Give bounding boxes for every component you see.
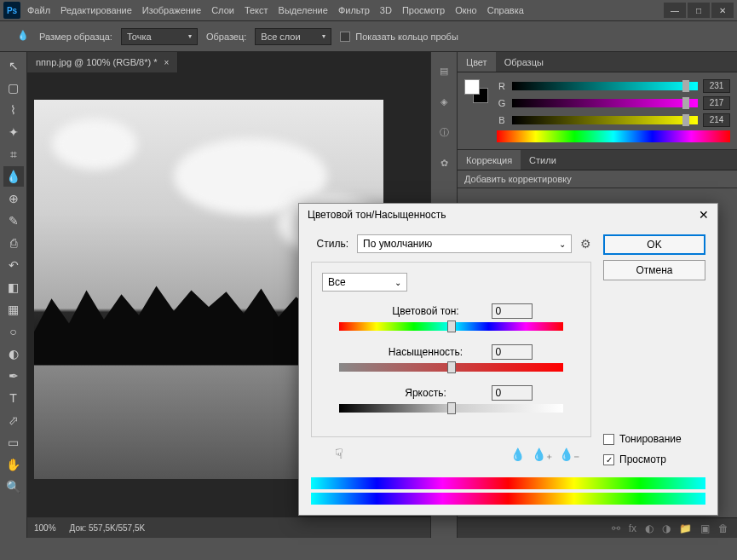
g-value[interactable]: 217 [703, 96, 730, 110]
hue-label: Цветовой тон: [371, 305, 481, 317]
sample-size-select[interactable]: Точка [121, 28, 198, 45]
color-panel: Цвет Образцы R 231 [458, 52, 737, 150]
saturation-value[interactable]: 0 [492, 344, 533, 360]
eyedropper-icon: 💧 [17, 30, 31, 43]
lightness-slider[interactable] [339, 404, 563, 413]
cancel-button[interactable]: Отмена [603, 260, 705, 280]
color-swatches[interactable] [464, 79, 488, 103]
menu-filter[interactable]: Фильтр [338, 5, 370, 15]
fill-adj-icon[interactable]: ◑ [662, 522, 671, 534]
lasso-tool[interactable]: ⌇ [3, 100, 24, 120]
menu-help[interactable]: Справка [487, 5, 524, 15]
spectrum-picker[interactable] [497, 130, 730, 142]
blur-tool[interactable]: ○ [3, 321, 24, 342]
wand-tool[interactable]: ✦ [3, 122, 24, 142]
hue-value[interactable]: 0 [492, 303, 533, 319]
b-label: B [497, 115, 507, 125]
sample-label: Образец: [206, 32, 246, 42]
group-icon[interactable]: 📁 [679, 522, 692, 534]
close-tab-icon[interactable]: × [164, 58, 169, 67]
menu-text[interactable]: Текст [245, 5, 268, 15]
eyedropper-set-icon[interactable]: 💧 [510, 447, 525, 461]
brushes-panel-icon[interactable]: ✿ [435, 154, 452, 171]
properties-panel-icon[interactable]: ◈ [435, 93, 452, 110]
maximize-button[interactable]: □ [688, 3, 710, 18]
preview-checkbox[interactable]: ✓ Просмотр [603, 453, 705, 465]
close-button[interactable]: ✕ [711, 3, 734, 18]
dodge-tool[interactable]: ◐ [3, 344, 24, 364]
r-label: R [497, 81, 507, 91]
toolbox: ↖ ▢ ⌇ ✦ ⌗ 💧 ⊕ ✎ ⎙ ↶ ◧ ▦ ○ ◐ ✒ T ⬀ ▭ ✋ 🔍 [0, 52, 27, 538]
sample-layers-select[interactable]: Все слои [255, 28, 331, 45]
document-tab[interactable]: nпnp.jpg @ 100% (RGB/8*) * × [27, 52, 178, 72]
gradient-tool[interactable]: ▦ [3, 299, 24, 320]
history-brush-tool[interactable]: ↶ [3, 255, 24, 275]
hand-tool[interactable]: ✋ [3, 454, 24, 475]
history-panel-icon[interactable]: ▤ [435, 62, 452, 79]
menu-image[interactable]: Изображение [142, 5, 201, 15]
crop-tool[interactable]: ⌗ [3, 144, 24, 165]
menu-edit[interactable]: Редактирование [60, 5, 132, 15]
brush-tool[interactable]: ✎ [3, 211, 24, 231]
tab-swatches[interactable]: Образцы [496, 52, 552, 72]
checkbox-icon [603, 434, 614, 445]
hue-slider[interactable] [339, 322, 563, 331]
r-slider[interactable] [512, 82, 698, 90]
dialog-titlebar[interactable]: Цветовой тон/Насыщенность ✕ [299, 204, 717, 226]
tab-color[interactable]: Цвет [458, 52, 496, 72]
menu-file[interactable]: Файл [27, 5, 50, 15]
app-logo: Ps [3, 2, 20, 19]
tab-adjustments[interactable]: Коррекция [458, 150, 521, 170]
info-panel-icon[interactable]: ⓘ [435, 124, 452, 141]
pen-tool[interactable]: ✒ [3, 366, 24, 386]
eyedropper-tool[interactable]: 💧 [3, 166, 24, 187]
trash-icon[interactable]: 🗑 [718, 522, 728, 534]
tool-options-bar: 💧 Размер образца: Точка Образец: Все сло… [0, 21, 737, 52]
move-tool[interactable]: ↖ [3, 55, 24, 76]
sample-size-label: Размер образца: [39, 32, 112, 42]
new-layer-icon[interactable]: ▣ [700, 522, 710, 534]
menu-3d[interactable]: 3D [380, 5, 392, 15]
marquee-tool[interactable]: ▢ [3, 78, 24, 98]
document-tab-label: nпnp.jpg @ 100% (RGB/8*) * [36, 57, 157, 67]
scrubby-icon[interactable]: ☟ [323, 442, 355, 465]
channel-select[interactable]: Все [322, 273, 407, 292]
heal-tool[interactable]: ⊕ [3, 188, 24, 209]
path-tool[interactable]: ⬀ [3, 410, 24, 430]
fx-icon[interactable]: fx [629, 522, 636, 534]
type-tool[interactable]: T [3, 388, 24, 408]
lightness-value[interactable]: 0 [492, 385, 533, 401]
saturation-label: Насыщенность: [371, 346, 481, 358]
menu-view[interactable]: Просмотр [402, 5, 445, 15]
stamp-tool[interactable]: ⎙ [3, 233, 24, 253]
checkbox-icon [340, 32, 350, 42]
b-value[interactable]: 214 [703, 113, 730, 127]
parameters-group: Все Цветовой тон: 0 Насыщенность: 0 Ярко… [311, 262, 591, 437]
minimize-button[interactable]: — [664, 3, 686, 18]
eyedropper-sub-icon[interactable]: 💧₋ [559, 447, 579, 461]
menu-window[interactable]: Окно [455, 5, 477, 15]
eraser-tool[interactable]: ◧ [3, 277, 24, 297]
eyedropper-add-icon[interactable]: 💧₊ [532, 447, 552, 461]
shape-tool[interactable]: ▭ [3, 432, 24, 453]
menu-layers[interactable]: Слои [211, 5, 234, 15]
tab-styles[interactable]: Стили [521, 150, 565, 170]
zoom-level[interactable]: 100% [34, 523, 56, 533]
fg-color-swatch[interactable] [464, 79, 480, 95]
zoom-tool[interactable]: 🔍 [3, 476, 24, 497]
mask-icon[interactable]: ◐ [645, 522, 654, 534]
r-value[interactable]: 231 [703, 79, 730, 93]
g-slider[interactable] [512, 99, 698, 107]
settings-icon[interactable]: ⚙ [580, 237, 591, 251]
dialog-close-icon[interactable]: ✕ [699, 208, 709, 222]
link-icon[interactable]: ⚯ [612, 522, 620, 534]
ok-button[interactable]: OK [603, 234, 705, 255]
saturation-slider[interactable] [339, 363, 563, 372]
menu-select[interactable]: Выделение [279, 5, 328, 15]
show-ring-checkbox[interactable]: Показать кольцо пробы [340, 32, 458, 42]
preset-select[interactable]: По умолчанию [357, 234, 572, 253]
colorize-checkbox[interactable]: Тонирование [603, 433, 705, 445]
g-label: G [497, 98, 507, 108]
main-menu: Файл Редактирование Изображение Слои Тек… [27, 5, 664, 15]
b-slider[interactable] [512, 116, 698, 124]
